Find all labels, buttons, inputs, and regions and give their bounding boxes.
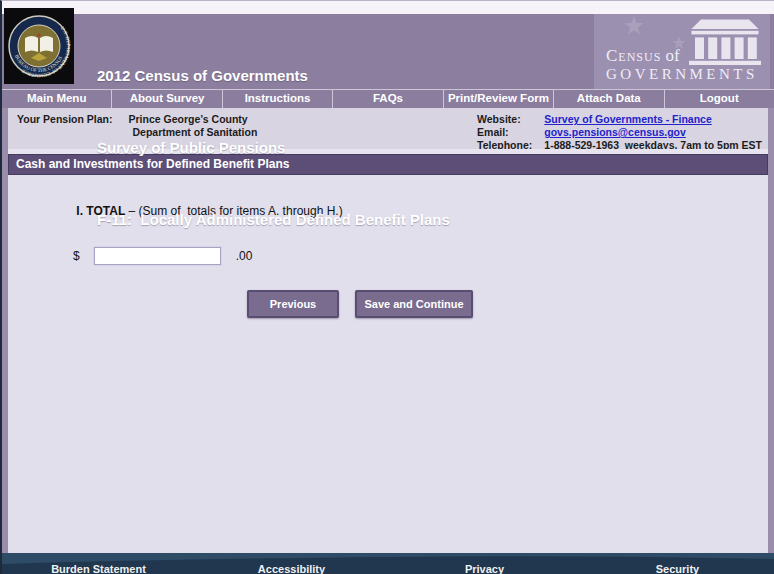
omb-approval-bar: OMB No: 0607-0585 Approval Expires: 06/3… — [2, 1, 774, 14]
commerce-seal-icon: U.S. DEPARTMENT OF COMMERCE BUREAU OF TH… — [7, 12, 71, 80]
accessibility-link[interactable]: Accessibility — [258, 563, 325, 574]
currency-symbol: $ — [73, 249, 80, 263]
wordmark-census: Census — [606, 46, 661, 65]
right-purple-rail — [768, 108, 774, 553]
survey-title-block: 2012 Census of Governments Survey of Pub… — [97, 16, 450, 280]
privacy-link[interactable]: Privacy — [465, 563, 504, 574]
title-line-census: 2012 Census of Governments — [97, 64, 450, 88]
save-and-continue-button[interactable]: Save and Continue — [355, 290, 473, 318]
star-decoration-icon — [624, 16, 644, 36]
nav-main-menu[interactable]: Main Menu — [2, 90, 111, 108]
page-footer: Burden Statement Accessibility Privacy S… — [2, 553, 774, 574]
census-governments-wordmark: Census of GOVERNMENTS — [606, 46, 758, 83]
burden-statement-link[interactable]: Burden Statement — [51, 563, 146, 574]
email-label: Email: — [477, 126, 532, 139]
f11-survey-page: OMB No: 0607-0585 Approval Expires: 06/3… — [0, 0, 774, 574]
nav-attach-data[interactable]: Attach Data — [553, 90, 663, 108]
email-link[interactable]: govs.pensions@census.gov — [544, 126, 762, 139]
previous-button[interactable]: Previous — [247, 290, 339, 318]
contact-block: Website: Survey of Governments - Finance… — [477, 113, 762, 149]
wordmark-of: of — [661, 46, 679, 65]
nav-print-review-form[interactable]: Print/Review Form — [443, 90, 553, 108]
website-label: Website: — [477, 113, 532, 126]
website-link[interactable]: Survey of Governments - Finance — [544, 113, 762, 126]
census-of-governments-logo: Census of GOVERNMENTS — [594, 14, 770, 89]
commerce-census-seal-logo: U.S. DEPARTMENT OF COMMERCE BUREAU OF TH… — [4, 8, 74, 84]
wordmark-governments: GOVERNMENTS — [606, 66, 758, 83]
page-header: U.S. DEPARTMENT OF COMMERCE BUREAU OF TH… — [2, 14, 774, 89]
title-line-form: F-11: Locally Administered Defined Benef… — [97, 208, 450, 232]
form-buttons-row: Previous Save and Continue — [247, 290, 768, 318]
nav-logout[interactable]: Logout — [664, 90, 774, 108]
security-link[interactable]: Security — [656, 563, 699, 574]
title-line-survey: Survey of Public Pensions — [97, 136, 450, 160]
